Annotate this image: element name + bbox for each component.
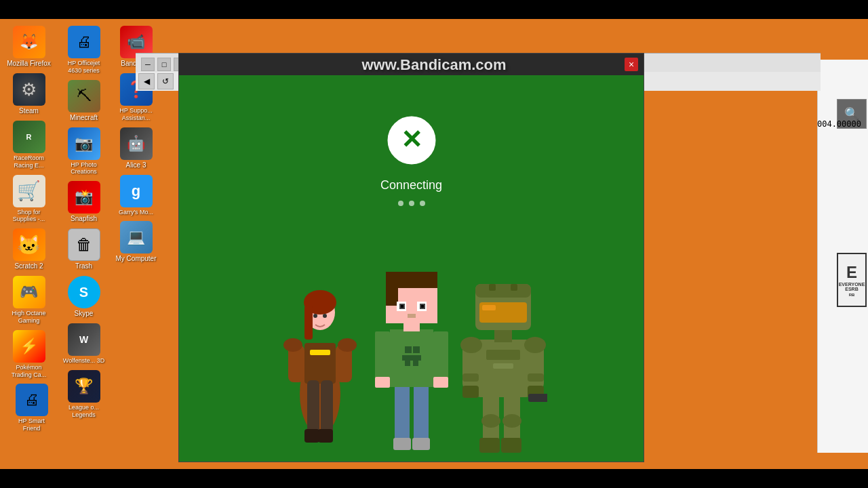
- xbox-content: ✕ Connecting: [179, 75, 644, 462]
- icon-skype[interactable]: S Skype: [62, 276, 106, 318]
- desktop-icons: 🦊 Mozilla Firefox ⚙ Steam R RaceRoom Rac…: [7, 26, 149, 460]
- svg-rect-62: [475, 284, 531, 298]
- svg-rect-50: [501, 438, 521, 453]
- svg-rect-15: [321, 380, 333, 434]
- hp-smart-icon: 🖨: [16, 384, 48, 416]
- svg-point-48: [502, 414, 521, 428]
- svg-rect-32: [375, 377, 390, 388]
- icon-scratch[interactable]: 🐱 Scratch 2: [7, 228, 51, 270]
- wolfenstein-label: Wolfenste... 3D: [63, 357, 104, 365]
- skype-label: Skype: [75, 310, 94, 318]
- icon-high-octane[interactable]: 🎮 High Octane Gaming: [7, 276, 51, 325]
- refresh-button[interactable]: ↺: [157, 73, 174, 89]
- svg-point-18: [283, 338, 302, 352]
- svg-rect-64: [482, 305, 496, 310]
- maximize-button[interactable]: □: [157, 58, 171, 71]
- character-female-warrior: [276, 245, 364, 462]
- svg-rect-53: [493, 363, 513, 369]
- svg-rect-27: [402, 355, 421, 361]
- minimize-button[interactable]: ─: [141, 58, 155, 71]
- snapfish-icon: 📸: [68, 181, 100, 214]
- svg-rect-30: [375, 331, 390, 379]
- svg-rect-37: [386, 272, 398, 306]
- characters-area: [269, 224, 554, 462]
- league-icon: 🏆: [68, 370, 100, 403]
- bandicam-watermark: www.Bandicam.com: [361, 56, 506, 74]
- icon-league[interactable]: 🏆 League o... Legends: [62, 370, 106, 419]
- icon-wolfenstein[interactable]: W Wolfenste... 3D: [62, 323, 106, 365]
- svg-rect-11: [310, 350, 330, 355]
- raceroom-label: RaceRoom Racing E...: [7, 155, 51, 169]
- svg-point-9: [323, 314, 327, 318]
- snapfish-label: Snapfish: [71, 215, 97, 223]
- svg-rect-7: [304, 306, 313, 340]
- icon-raceroom[interactable]: R RaceRoom Racing E...: [7, 121, 51, 169]
- xbox-close-button[interactable]: ×: [625, 58, 638, 71]
- svg-rect-33: [433, 377, 448, 388]
- right-panel: 🔍 004.00000 E EVERYONE ESRB RB: [817, 60, 868, 453]
- garrys-mod-icon: g: [120, 175, 153, 207]
- connecting-text: Connecting: [380, 178, 442, 192]
- svg-rect-23: [412, 438, 430, 450]
- wolfenstein-icon: W: [68, 323, 100, 356]
- character-master-chief: [459, 245, 547, 462]
- icon-hp-photo[interactable]: 📷 HP Photo Creations: [62, 127, 106, 176]
- svg-rect-44: [408, 314, 416, 318]
- icon-trash[interactable]: 🗑 Trash: [62, 228, 106, 270]
- svg-rect-65: [489, 284, 496, 291]
- icon-alice[interactable]: 🤖 Alice 3: [114, 127, 158, 169]
- garrys-mod-label: Garry's Mo...: [119, 209, 153, 216]
- svg-rect-14: [307, 380, 319, 434]
- scratch-label: Scratch 2: [14, 262, 43, 270]
- skype-icon: S: [68, 276, 100, 308]
- svg-rect-31: [433, 331, 448, 379]
- scratch-icon: 🐱: [13, 228, 45, 261]
- svg-point-19: [338, 338, 357, 352]
- svg-rect-42: [401, 305, 403, 308]
- icon-my-computer[interactable]: 💻 My Computer: [114, 221, 158, 263]
- svg-rect-29: [413, 361, 418, 366]
- svg-point-47: [481, 414, 500, 428]
- hp-officejet-icon: 🖨: [68, 26, 100, 58]
- svg-point-67: [460, 337, 482, 353]
- firefox-icon: 🦊: [13, 26, 45, 58]
- svg-rect-10: [304, 343, 336, 384]
- icon-minecraft[interactable]: ⛏ Minecraft: [62, 80, 106, 122]
- connecting-dots: [398, 201, 425, 206]
- my-computer-icon: 💻: [120, 221, 153, 253]
- icon-hp-smart[interactable]: 🖨 HP Smart Friend: [9, 384, 54, 432]
- svg-text:✕: ✕: [401, 125, 422, 154]
- icon-pokemon[interactable]: ⚡ Pokémon Trading Ca...: [7, 330, 51, 379]
- svg-rect-22: [393, 438, 411, 450]
- svg-rect-43: [421, 305, 424, 308]
- back-button[interactable]: ◀: [138, 73, 155, 89]
- svg-rect-58: [462, 386, 479, 398]
- hp-photo-icon: 📷: [68, 127, 100, 160]
- desktop: 🦊 Mozilla Firefox ⚙ Steam R RaceRoom Rac…: [0, 19, 868, 469]
- dot-3: [420, 201, 425, 206]
- icon-snapfish[interactable]: 📸 Snapfish: [62, 181, 106, 223]
- character-minecraft-steve: [371, 231, 452, 462]
- esrb-badge: E EVERYONE ESRB RB: [837, 253, 867, 307]
- svg-rect-56: [462, 373, 479, 382]
- icon-firefox[interactable]: 🦊 Mozilla Firefox: [7, 26, 51, 68]
- shop-icon: 🛒: [13, 175, 45, 207]
- black-bar-bottom: [0, 469, 868, 488]
- esrb-label: EVERYONE: [839, 282, 865, 287]
- raceroom-icon: R: [13, 121, 45, 153]
- minecraft-icon: ⛏: [68, 80, 100, 113]
- svg-point-8: [313, 314, 317, 318]
- svg-rect-28: [405, 361, 410, 366]
- panel-number: 004.00000: [817, 119, 861, 129]
- dot-1: [398, 201, 403, 206]
- icon-garrys-mod[interactable]: g Garry's Mo...: [114, 175, 158, 216]
- alice-label: Alice 3: [125, 161, 146, 169]
- my-computer-label: My Computer: [115, 255, 156, 263]
- league-label: League o... Legends: [62, 404, 106, 419]
- firefox-label: Mozilla Firefox: [7, 60, 50, 68]
- icon-steam[interactable]: ⚙ Steam: [7, 73, 51, 115]
- xbox-logo: ✕: [387, 116, 436, 165]
- icon-shop[interactable]: 🛒 Shop for Supplies -...: [7, 175, 51, 224]
- steam-label: Steam: [19, 107, 39, 115]
- icon-hp-officejet[interactable]: 🖨 HP Officejet 4630 series: [62, 26, 106, 75]
